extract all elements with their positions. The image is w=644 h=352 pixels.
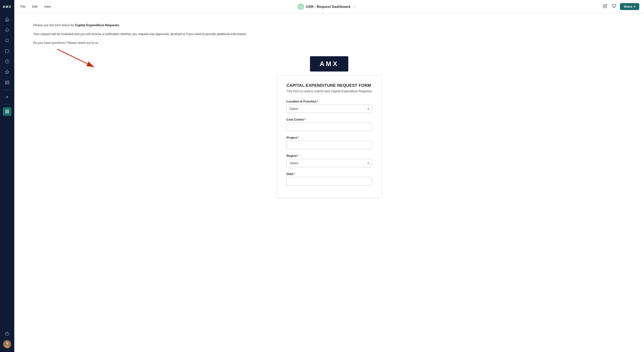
edit-button[interactable] (602, 3, 608, 10)
svg-rect-7 (6, 83, 7, 84)
menu-file[interactable]: File (19, 4, 27, 9)
form-group-location: Location & Function* Select (286, 100, 372, 113)
sidebar-item-help[interactable] (3, 330, 12, 338)
date-input[interactable] (286, 177, 372, 186)
svg-rect-11 (6, 112, 7, 113)
required-marker-location: * (317, 100, 318, 103)
svg-rect-4 (6, 81, 7, 82)
share-button[interactable]: Share ▾ (620, 3, 639, 10)
svg-point-0 (6, 39, 8, 42)
select-wrapper-region: Select (286, 159, 372, 167)
label-location-text: Location & Function (286, 100, 316, 103)
topbar-star-icon[interactable]: ☆ (353, 4, 356, 9)
label-project: Project* (286, 136, 372, 139)
form-group-date: Date* (286, 172, 372, 186)
sidebar-item-integrations[interactable] (3, 78, 12, 87)
svg-marker-3 (6, 70, 9, 74)
svg-line-21 (57, 49, 94, 67)
menu-edit[interactable]: Edit (31, 4, 39, 9)
sidebar: AMX + (0, 0, 14, 352)
present-button[interactable] (611, 3, 617, 10)
label-region: Region* (286, 154, 372, 157)
form-group-cost-center: Cost Center* (286, 118, 372, 131)
content-area: Please use the form below for Capital Ex… (14, 13, 644, 352)
sidebar-item-favorites[interactable] (3, 68, 12, 76)
svg-rect-6 (8, 83, 9, 84)
label-date: Date* (286, 172, 372, 176)
intro-para-3: Do you have questions? Please reach out … (33, 41, 625, 46)
required-marker-date: * (294, 172, 295, 176)
sidebar-item-history[interactable] (3, 57, 12, 66)
label-cost-center-text: Cost Center (286, 118, 304, 121)
svg-line-1 (8, 41, 8, 42)
share-label: Share (624, 5, 632, 8)
form-group-region: Region* Select (286, 154, 372, 167)
label-project-text: Project (286, 136, 297, 139)
main-area: File Edit View CER - Request Dashboard ☆… (14, 0, 644, 352)
form-card: CAPITAL EXPENDITURE REQUEST FORM This fo… (277, 75, 381, 198)
sidebar-item-notifications[interactable] (3, 26, 12, 34)
share-chevron-icon: ▾ (634, 5, 636, 8)
sidebar-item-folder[interactable] (3, 47, 12, 55)
region-select[interactable]: Select (286, 159, 372, 167)
amx-banner: AMX (310, 56, 348, 72)
menu-view[interactable]: View (42, 4, 52, 9)
required-marker-project: * (298, 136, 298, 139)
svg-rect-5 (8, 81, 9, 82)
intro-para-1: Please use the form below for Capital Ex… (33, 23, 625, 28)
topbar-actions: Share ▾ (602, 3, 639, 10)
topbar-title: CER - Request Dashboard (306, 5, 350, 9)
sidebar-divider-2 (3, 104, 11, 104)
title-clock-icon (298, 4, 304, 10)
label-date-text: Date (286, 172, 293, 176)
label-cost-center: Cost Center* (286, 118, 372, 121)
svg-rect-8 (6, 110, 7, 111)
intro-line1-bold: Capital Expenditure Requests. (75, 23, 120, 27)
form-subtitle: This form is used to submit new Capital … (286, 89, 372, 93)
sidebar-item-avatar[interactable] (3, 340, 11, 348)
cost-center-input[interactable] (286, 123, 372, 131)
select-wrapper-location: Select (286, 105, 372, 113)
arrow-annotation (52, 44, 105, 74)
svg-rect-10 (8, 112, 9, 113)
sidebar-item-home[interactable] (3, 15, 12, 24)
sidebar-item-dashboard[interactable] (3, 107, 12, 116)
location-function-select[interactable]: Select (286, 105, 372, 113)
label-location: Location & Function* (286, 100, 372, 103)
sidebar-divider (3, 90, 11, 90)
form-section: CAPITAL EXPENDITURE REQUEST FORM This fo… (33, 75, 625, 198)
form-group-project: Project* (286, 136, 372, 149)
required-marker-cost-center: * (304, 118, 306, 121)
intro-para-2: Your request will be reviewed and you wi… (33, 32, 625, 37)
svg-point-14 (6, 342, 8, 344)
label-region-text: Region (286, 154, 297, 157)
form-title: CAPITAL EXPENDITURE REQUEST FORM (286, 83, 372, 88)
svg-rect-17 (612, 4, 616, 7)
svg-rect-9 (8, 110, 9, 111)
topbar-menu: File Edit View (19, 4, 52, 9)
topbar-center: CER - Request Dashboard ☆ (56, 4, 598, 10)
banner-section: AMX (33, 49, 625, 72)
sidebar-item-search[interactable] (3, 36, 12, 45)
topbar: File Edit View CER - Request Dashboard ☆… (14, 0, 644, 13)
intro-line1-text: Please use the form below for (33, 23, 75, 27)
required-marker-region: * (298, 154, 298, 157)
project-input[interactable] (286, 141, 372, 149)
sidebar-logo: AMX (1, 4, 13, 10)
sidebar-item-add[interactable]: + (3, 93, 12, 101)
